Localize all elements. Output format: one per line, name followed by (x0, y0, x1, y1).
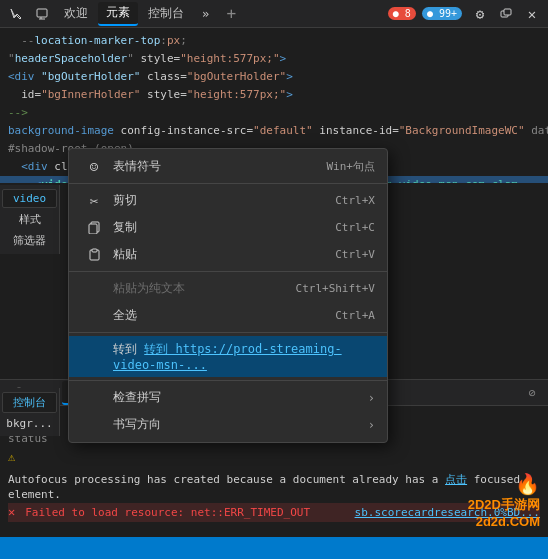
undock-icon[interactable] (494, 2, 518, 26)
direction-arrow: › (368, 418, 375, 432)
side-video-tag[interactable]: video (2, 189, 57, 208)
menu-item-emoji[interactable]: ☺ 表情符号 Win+句点 (69, 153, 387, 180)
menu-item-cut[interactable]: ✂ 剪切 Ctrl+X (69, 187, 387, 214)
watermark-line2: 2d2d.COM (476, 514, 540, 529)
side-filter-tag[interactable]: 筛选器 (2, 231, 57, 250)
spellcheck-arrow: › (368, 391, 375, 405)
separator-2 (69, 271, 387, 272)
warning-badge[interactable]: ● 99+ (422, 7, 462, 20)
code-line-7: background-image config-instance-src= "d… (0, 122, 548, 140)
copy-icon (85, 221, 103, 234)
cut-icon: ✂ (85, 193, 103, 209)
tab-elements[interactable]: 元素 (98, 2, 138, 26)
watermark-line1: 2D2D手游网 (468, 496, 540, 514)
warning-icon: ⚠ (8, 449, 15, 466)
svg-rect-6 (89, 224, 97, 234)
inspect-icon[interactable] (4, 2, 28, 26)
menu-item-paste-plain[interactable]: 粘贴为纯文本 Ctrl+Shift+V (69, 275, 387, 302)
menu-item-select-all[interactable]: 全选 Ctrl+A (69, 302, 387, 329)
menu-item-direction[interactable]: 书写方向 › (69, 411, 387, 438)
code-line-3: <div "bgOuterHolder" class= "bgOuterHold… (0, 68, 548, 86)
panel-icons: ⊘ (520, 381, 544, 405)
menu-item-navigate[interactable]: 转到 转到 https://prod-streaming-video-msn-.… (69, 336, 387, 377)
code-line-4: id= "bgInnerHolder" style= "height:577px… (0, 86, 548, 104)
side-bkgr-tag[interactable]: bkgr... (2, 415, 57, 432)
side-console-tag[interactable]: 控制台 (2, 392, 57, 413)
menu-item-copy[interactable]: 复制 Ctrl+C (69, 214, 387, 241)
paste-icon (85, 248, 103, 261)
console-line-error: ✕ Failed to load resource: net::ERR_TIME… (8, 503, 540, 522)
error-badge[interactable]: ● 8 (388, 7, 416, 20)
emoji-icon: ☺ (85, 159, 103, 175)
device-icon[interactable] (30, 2, 54, 26)
settings-icon[interactable]: ⚙ (468, 2, 492, 26)
svg-rect-8 (92, 249, 97, 252)
watermark: 🔥 2D2D手游网 2d2d.COM (468, 472, 540, 529)
top-toolbar: 欢迎 元素 控制台 » + ● 8 ● 99+ ⚙ ✕ (0, 0, 548, 28)
panel-filter-icon[interactable]: ⊘ (520, 381, 544, 405)
add-tab-icon[interactable]: + (219, 2, 243, 26)
separator-3 (69, 332, 387, 333)
status-bar (0, 537, 548, 559)
tab-console[interactable]: 控制台 (140, 2, 192, 26)
close-devtools-icon[interactable]: ✕ (520, 2, 544, 26)
console-line-autofocus: ⚠ Autofocus processing has created becau… (8, 448, 540, 503)
error-icon: ✕ (8, 504, 15, 521)
svg-rect-0 (37, 9, 47, 17)
menu-item-paste[interactable]: 粘贴 Ctrl+V (69, 241, 387, 268)
code-line-1: -- location-marker-top : px ; (0, 32, 548, 50)
code-line-2: " headerSpaceholder " style= "height:577… (0, 50, 548, 68)
side-style-tag[interactable]: 样式 (2, 210, 57, 229)
context-menu: ☺ 表情符号 Win+句点 ✂ 剪切 Ctrl+X 复制 Ctrl+C 粘贴 C… (68, 148, 388, 443)
fire-icon: 🔥 (515, 472, 540, 496)
tab-welcome[interactable]: 欢迎 (56, 2, 96, 26)
tab-more[interactable]: » (194, 2, 217, 26)
separator-4 (69, 380, 387, 381)
code-line-6: --> (0, 104, 548, 122)
status-text (8, 542, 15, 555)
svg-rect-4 (504, 9, 511, 15)
autofocus-link[interactable]: 点击 (445, 473, 467, 486)
side-panel: video 样式 筛选器 (0, 185, 60, 254)
separator-1 (69, 183, 387, 184)
menu-item-spellcheck[interactable]: 检查拼写 › (69, 384, 387, 411)
bottom-side-panel: 控制台 bkgr... (0, 388, 60, 436)
